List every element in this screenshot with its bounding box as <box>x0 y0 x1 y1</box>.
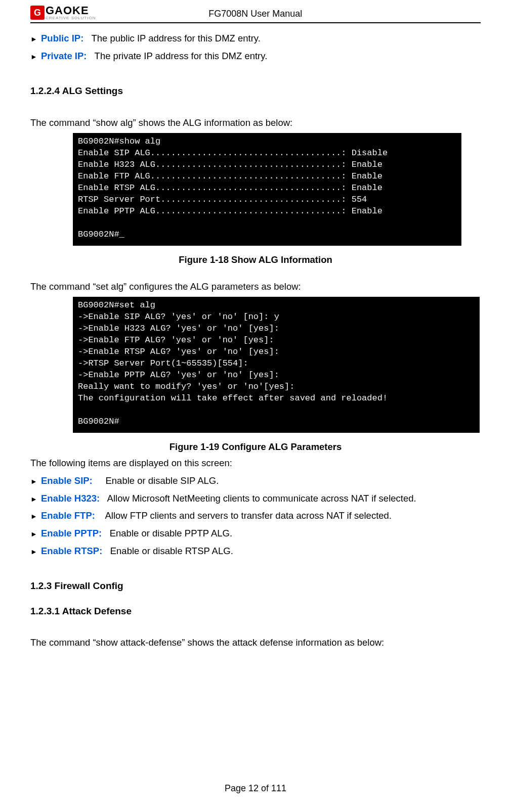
definition-desc: The private IP address for this DMZ entr… <box>95 51 268 61</box>
paragraph: The command “show alg” shows the ALG inf… <box>30 116 481 130</box>
section-heading-attack-defense: 1.2.3.1 Attack Defense <box>30 604 481 618</box>
page-footer: Page 12 of 111 <box>0 783 511 794</box>
terminal-set-alg: BG9002N#set alg ->Enable SIP ALG? 'yes' … <box>73 297 480 432</box>
logo-name: GAOKE <box>46 5 96 16</box>
definition-term: Enable H323: <box>41 493 100 504</box>
section-heading-firewall: 1.2.3 Firewall Config <box>30 578 481 593</box>
bullet-icon: ► <box>30 495 37 503</box>
definition-line: ► Enable SIP: Enable or disable SIP ALG. <box>30 474 481 488</box>
page-body: ► Public IP: The public IP address for t… <box>30 23 481 650</box>
figure-caption-18: Figure 1-18 Show ALG Information <box>30 253 481 267</box>
definition-line: ► Enable H323: Allow Microsoft NetMeetin… <box>30 491 481 506</box>
bullet-icon: ► <box>30 530 37 538</box>
definition-desc: Enable or disable RTSP ALG. <box>110 546 233 556</box>
paragraph: The following items are displayed on thi… <box>30 456 481 471</box>
brand-logo: G GAOKE CREATIVE SOLUTION <box>30 5 96 20</box>
paragraph: The command “show attack-defense” shows … <box>30 636 481 650</box>
page-header: G GAOKE CREATIVE SOLUTION FG7008N User M… <box>30 5 481 23</box>
bullet-icon: ► <box>30 512 37 520</box>
definition-line: ► Enable FTP: Allow FTP clients and serv… <box>30 509 481 523</box>
definition-term: Public IP: <box>41 33 83 43</box>
logo-mark-icon: G <box>30 6 45 20</box>
definition-line: ► Enable PPTP: Enable or disable PPTP AL… <box>30 526 481 541</box>
definition-term: Private IP: <box>41 51 87 61</box>
definition-desc: Allow Microsoft NetMeeting clients to co… <box>107 493 416 504</box>
definition-desc: Enable or disable PPTP ALG. <box>110 528 232 538</box>
definition-line: ► Enable RTSP: Enable or disable RTSP AL… <box>30 544 481 559</box>
definition-line: ► Public IP: The public IP address for t… <box>30 31 481 46</box>
definition-term: Enable PPTP: <box>41 528 102 538</box>
bullet-icon: ► <box>30 35 37 43</box>
definition-term: Enable FTP: <box>41 510 95 521</box>
logo-text: GAOKE CREATIVE SOLUTION <box>46 5 96 20</box>
definition-term: Enable SIP: <box>41 475 93 486</box>
section-heading-alg: 1.2.2.4 ALG Settings <box>30 83 481 98</box>
terminal-show-alg: BG9002N#show alg Enable SIP ALG.........… <box>73 133 461 245</box>
definition-desc: Allow FTP clients and servers to transfe… <box>105 510 392 521</box>
bullet-icon: ► <box>30 548 37 556</box>
definition-term: Enable RTSP: <box>41 546 102 556</box>
logo-subtitle: CREATIVE SOLUTION <box>46 16 96 20</box>
figure-caption-19: Figure 1-19 Configure ALG Parameters <box>30 440 481 455</box>
doc-title: FG7008N User Manual <box>96 9 415 20</box>
definition-desc: Enable or disable SIP ALG. <box>105 475 219 486</box>
paragraph: The command “set alg” configures the ALG… <box>30 280 481 294</box>
definition-line: ► Private IP: The private IP address for… <box>30 49 481 64</box>
bullet-icon: ► <box>30 477 37 485</box>
definition-desc: The public IP address for this DMZ entry… <box>91 33 261 43</box>
bullet-icon: ► <box>30 53 37 61</box>
page: G GAOKE CREATIVE SOLUTION FG7008N User M… <box>0 0 511 812</box>
